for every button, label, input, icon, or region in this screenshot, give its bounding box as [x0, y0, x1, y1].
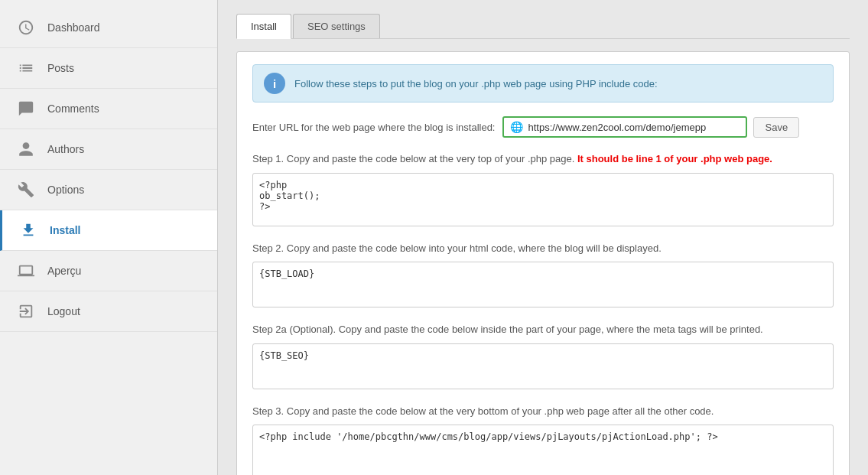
- list-icon: [15, 57, 37, 79]
- clock-icon: [15, 17, 37, 38]
- sidebar-item-label: Logout: [47, 305, 80, 317]
- step1-code[interactable]: <?php ob_start(); ?>: [252, 173, 834, 226]
- step3-code[interactable]: <?php include '/home/pbcgthn/www/cms/blo…: [252, 425, 834, 475]
- tab-seo-settings[interactable]: SEO settings: [293, 14, 380, 38]
- sidebar-item-label: Install: [50, 224, 80, 236]
- sidebar-item-install[interactable]: Install: [0, 210, 217, 251]
- sidebar-item-posts[interactable]: Posts: [0, 48, 217, 89]
- wrench-icon: [15, 179, 37, 200]
- step2-code[interactable]: {STB_LOAD}: [252, 262, 834, 307]
- url-label: Enter URL for the web page where the blo…: [252, 122, 495, 133]
- sidebar-item-apercu[interactable]: Aperçu: [0, 251, 217, 291]
- tab-install[interactable]: Install: [236, 14, 291, 39]
- sidebar-item-label: Options: [47, 184, 84, 196]
- step3-label: Step 3. Copy and paste the code below at…: [252, 404, 834, 419]
- info-box: i Follow these steps to put the blog on …: [252, 64, 834, 102]
- chat-icon: [15, 98, 37, 119]
- url-input-wrapper: 🌐: [502, 116, 747, 138]
- sidebar-item-label: Dashboard: [47, 21, 100, 34]
- main-content: Install SEO settings i Follow these step…: [218, 0, 868, 475]
- sidebar-item-comments[interactable]: Comments: [0, 89, 217, 129]
- url-input[interactable]: [528, 122, 727, 133]
- sidebar-item-label: Authors: [47, 143, 84, 155]
- step1-label: Step 1. Copy and paste the code below at…: [252, 151, 834, 167]
- step2a-code[interactable]: {STB_SEO}: [252, 343, 834, 389]
- sidebar-item-dashboard[interactable]: Dashboard: [0, 8, 217, 48]
- sidebar-item-label: Posts: [47, 62, 74, 74]
- sidebar: Dashboard Posts Comments Authors Options…: [0, 0, 218, 475]
- download-icon: [18, 220, 39, 241]
- tabs-bar: Install SEO settings: [236, 14, 850, 39]
- person-icon: [15, 138, 37, 160]
- sidebar-item-logout[interactable]: Logout: [0, 291, 217, 332]
- save-button[interactable]: Save: [753, 117, 799, 138]
- info-icon: i: [264, 73, 285, 94]
- step2-label: Step 2. Copy and paste the code below in…: [252, 241, 834, 256]
- sidebar-item-label: Aperçu: [47, 265, 81, 277]
- sidebar-item-authors[interactable]: Authors: [0, 129, 217, 170]
- sidebar-item-label: Comments: [47, 102, 99, 115]
- exit-icon: [15, 301, 37, 322]
- info-message: Follow these steps to put the blog on yo…: [294, 78, 658, 89]
- content-area: i Follow these steps to put the blog on …: [236, 51, 850, 475]
- url-row: Enter URL for the web page where the blo…: [252, 116, 834, 138]
- monitor-icon: [15, 260, 37, 281]
- step2a-label: Step 2a (Optional). Copy and paste the c…: [252, 322, 834, 337]
- globe-icon: 🌐: [510, 121, 523, 133]
- sidebar-item-options[interactable]: Options: [0, 170, 217, 210]
- content-inner: i Follow these steps to put the blog on …: [237, 52, 849, 475]
